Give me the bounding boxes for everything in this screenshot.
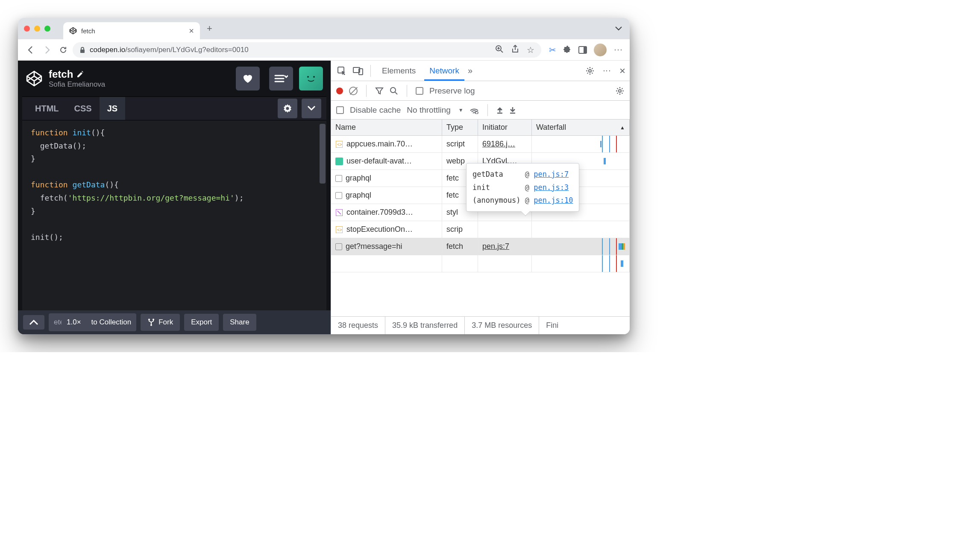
col-type[interactable]: Type xyxy=(442,120,478,135)
bookmark-icon[interactable]: ☆ xyxy=(527,45,534,55)
codepen-footer: ete 1.0× to Collection Fork Export Share xyxy=(18,310,331,334)
svg-text:<>: <> xyxy=(337,228,342,232)
codepen-logo-icon[interactable] xyxy=(26,70,43,87)
profile-avatar[interactable] xyxy=(594,44,607,56)
window-controls xyxy=(24,26,50,32)
devtools-menu-icon[interactable]: ⋮ xyxy=(602,67,612,75)
tabs-dropdown-icon[interactable] xyxy=(615,26,622,31)
address-bar[interactable]: codepen.io/sofiayem/pen/LYdGvLg?editors=… xyxy=(73,42,541,58)
svg-point-9 xyxy=(153,319,154,321)
edit-pencil-icon[interactable] xyxy=(76,70,84,78)
minimize-window-icon[interactable] xyxy=(34,26,40,32)
status-resources: 3.7 MB resources xyxy=(465,317,539,334)
tab-html[interactable]: HTML xyxy=(27,97,67,120)
close-window-icon[interactable] xyxy=(24,26,30,32)
network-settings-icon[interactable] xyxy=(615,86,625,96)
export-har-icon[interactable] xyxy=(509,106,516,114)
more-tabs-icon[interactable]: » xyxy=(468,66,472,76)
script-file-icon: <> xyxy=(335,140,343,148)
like-button[interactable] xyxy=(236,67,260,90)
stylesheet-file-icon xyxy=(335,209,343,216)
zoom-level[interactable]: 1.0× xyxy=(62,318,86,327)
clear-button[interactable] xyxy=(349,87,358,95)
svg-text:<>: <> xyxy=(337,142,342,147)
device-toolbar-icon[interactable] xyxy=(352,67,364,75)
network-table-body: <>appcues.main.70… script 69186.j… user-… xyxy=(331,136,630,316)
devtools-tabs: Elements Network » ⋮ × xyxy=(331,61,630,81)
col-name[interactable]: Name xyxy=(331,120,442,135)
scissors-icon[interactable]: ✂ xyxy=(549,45,556,55)
reload-button[interactable] xyxy=(56,43,70,57)
console-toggle-button[interactable] xyxy=(23,315,44,330)
network-status-bar: 38 requests 35.9 kB transferred 3.7 MB r… xyxy=(331,316,630,334)
inspect-element-icon[interactable] xyxy=(335,66,348,76)
table-row[interactable]: <>stopExecutionOn… scrip xyxy=(331,221,630,238)
maximize-window-icon[interactable] xyxy=(44,26,50,32)
table-row[interactable]: <>appcues.main.70… script 69186.j… xyxy=(331,136,630,153)
svg-point-8 xyxy=(148,319,150,321)
image-file-icon xyxy=(335,158,343,165)
svg-point-15 xyxy=(390,88,396,93)
preserve-log-label: Preserve log xyxy=(429,86,475,96)
share-icon[interactable] xyxy=(511,45,519,53)
panel-expand-button[interactable] xyxy=(302,99,321,118)
sidepanel-icon[interactable] xyxy=(578,46,587,54)
svg-rect-3 xyxy=(584,47,587,53)
col-waterfall[interactable]: Waterfall▲ xyxy=(532,120,630,135)
tooltip-link[interactable]: pen.js:3 xyxy=(534,183,569,192)
initiator-tooltip: getData @ pen.js:7 init @ pen.js:3 (anon… xyxy=(466,163,579,212)
preserve-log-checkbox[interactable] xyxy=(416,87,423,95)
new-tab-button[interactable]: + xyxy=(207,23,212,34)
tab-strip: fetch × + xyxy=(18,18,630,39)
extensions-icon[interactable] xyxy=(563,46,572,54)
import-har-icon[interactable] xyxy=(496,106,503,114)
fork-button[interactable]: Fork xyxy=(141,314,180,331)
svg-point-4 xyxy=(307,76,309,78)
codepen-favicon-icon xyxy=(69,27,77,35)
svg-point-14 xyxy=(589,70,591,72)
browser-menu-icon[interactable]: ⋮ xyxy=(613,46,624,54)
table-row xyxy=(331,255,630,272)
zoom-partial[interactable]: ete xyxy=(49,318,62,327)
pen-author[interactable]: Sofia Emelianova xyxy=(49,80,226,89)
zoom-collection-group: ete 1.0× to Collection xyxy=(49,313,136,331)
toolbar: codepen.io/sofiayem/pen/LYdGvLg?editors=… xyxy=(18,39,630,61)
share-button[interactable]: Share xyxy=(223,314,256,331)
zoom-icon[interactable] xyxy=(495,45,504,53)
svg-point-16 xyxy=(619,90,621,92)
col-initiator[interactable]: Initiator xyxy=(478,120,532,135)
forward-button[interactable] xyxy=(40,43,54,57)
throttling-select[interactable]: No throttling▼ xyxy=(407,105,463,115)
tab-css[interactable]: CSS xyxy=(67,97,100,120)
tab-network[interactable]: Network xyxy=(424,61,464,81)
tab-title: fetch xyxy=(81,27,185,35)
tooltip-link[interactable]: pen.js:7 xyxy=(534,170,569,178)
table-row[interactable]: get?message=hi fetch pen.js:7 xyxy=(331,238,630,255)
devtools-panel: Elements Network » ⋮ × Preserve log xyxy=(331,61,630,334)
status-requests: 38 requests xyxy=(331,317,385,334)
editor-settings-button[interactable] xyxy=(269,67,293,90)
network-conditions-icon[interactable] xyxy=(469,106,479,114)
devtools-settings-icon[interactable] xyxy=(585,66,595,76)
browser-tab[interactable]: fetch × xyxy=(63,22,200,39)
network-toolbar-2: Disable cache No throttling▼ xyxy=(331,101,630,120)
record-button[interactable] xyxy=(336,88,343,94)
code-editor[interactable]: function init(){ getData(); } function g… xyxy=(22,120,326,310)
search-icon[interactable] xyxy=(390,87,398,95)
tooltip-link[interactable]: pen.js:10 xyxy=(534,196,573,204)
panel-settings-button[interactable] xyxy=(278,99,297,118)
export-button[interactable]: Export xyxy=(184,314,219,331)
tab-js[interactable]: JS xyxy=(100,97,125,120)
tab-elements[interactable]: Elements xyxy=(377,61,421,81)
lock-icon xyxy=(79,47,85,53)
status-finish: Fini xyxy=(539,317,565,334)
scrollbar-thumb[interactable] xyxy=(320,124,326,184)
back-button[interactable] xyxy=(24,43,38,57)
filter-icon[interactable] xyxy=(375,87,384,95)
user-avatar[interactable] xyxy=(299,67,323,90)
network-table-header: Name Type Initiator Waterfall▲ xyxy=(331,120,630,136)
close-tab-icon[interactable]: × xyxy=(189,26,194,35)
close-devtools-icon[interactable]: × xyxy=(619,65,625,77)
disable-cache-checkbox[interactable] xyxy=(336,106,344,114)
collection-button[interactable]: to Collection xyxy=(86,318,137,327)
